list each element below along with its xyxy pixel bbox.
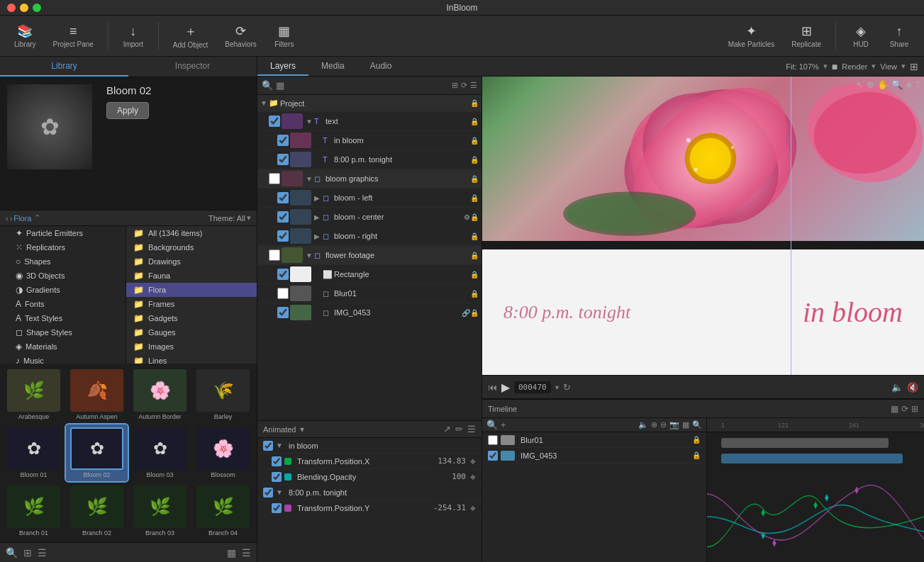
bloom-center-expand-icon[interactable]: ▶ [314,213,323,221]
text-group-checkbox[interactable] [269,116,280,127]
canvas-text-tool[interactable]: T [915,79,921,90]
thumb-autumn-border[interactable]: 🌸 Autumn Border [129,366,191,423]
cat-materials[interactable]: ◈ Materials [0,339,126,354]
render-button[interactable]: Render [842,62,867,71]
fullscreen-button[interactable] [33,4,41,12]
theme-label[interactable]: Theme: All [208,214,245,223]
animated-edit-icon[interactable]: ✏ [455,424,463,434]
in-bloom-checkbox[interactable] [277,135,289,146]
layers-search-icon[interactable]: 🔍 [262,80,273,91]
timecode-dropdown[interactable]: ▾ [555,383,559,391]
layers-options-icon[interactable]: ☰ [470,81,477,90]
subcat-drawings[interactable]: 📁 Drawings [126,254,257,269]
layer-bloom-graphics[interactable]: ▼ ◻ bloom graphics 🔒 [257,169,482,189]
project-pane-tool[interactable]: ≡ Project Pane [46,21,101,51]
layer-rectangle[interactable]: ⬜ Rectangle 🔒 [257,265,482,284]
import-tool[interactable]: ↓ Import [116,21,151,51]
anim-8pm-expand[interactable]: ▼ [276,488,286,496]
thumb-barley[interactable]: 🌾 Barley [192,366,254,423]
bloom-left-expand-icon[interactable]: ▶ [314,194,323,202]
tab-inspector[interactable]: Inspector [128,57,257,77]
close-button[interactable] [7,4,16,12]
layer-flower-footage[interactable]: ▼ ◻ flower footage 🔒 [257,246,482,265]
library-tool[interactable]: 📚 Library [7,21,43,51]
track-blur01-checkbox[interactable] [488,435,498,445]
img0453-track-bar[interactable] [721,454,903,463]
anim-in-bloom-checkbox[interactable] [263,441,273,451]
color-mode-icon[interactable]: ■ [832,61,837,72]
cat-music[interactable]: ♪ Music [0,354,126,364]
layer-bloom-right[interactable]: ▶ ◻ bloom - right 🔒 [257,227,482,246]
layer-bloom-center[interactable]: ▶ ◻ bloom - center ⚙ 🔒 [257,208,482,227]
subcat-frames[interactable]: 📁 Frames [126,297,257,311]
thumb-blossom[interactable]: 🌸 Blossom [192,425,254,481]
tl-loop-icon[interactable]: ⟳ [901,404,908,414]
flower-footage-expand-icon[interactable]: ▼ [306,252,314,259]
thumb-branch04[interactable]: 🌿 Branch 04 [192,483,254,539]
anim-position-y[interactable]: Transform.Position.Y -254.31 ◆ [257,500,482,516]
view-button[interactable]: View [880,62,897,71]
subcat-all[interactable]: 📁 All (1346 items) [126,226,257,240]
tab-layers[interactable]: Layers [257,57,308,76]
layer-in-bloom[interactable]: T in bloom 🔒 [257,131,482,150]
grid-icon[interactable]: ⊞ [23,547,32,558]
track-blur01[interactable]: Blur01 🔒 [482,432,706,448]
behaviors-tool[interactable]: ⟳ Behaviors [218,21,263,51]
layer-blur01[interactable]: ◻ Blur01 🔒 [257,284,482,303]
tracks-zoom-in[interactable]: ⊕ [651,420,657,429]
animated-options-icon[interactable]: ☰ [467,424,476,434]
anim-pos-y-keyframe[interactable]: ◆ [470,504,476,512]
text-expand-icon[interactable]: ▼ [306,118,314,125]
hud-tool[interactable]: ◈ HUD [843,21,879,51]
aspect-icon[interactable]: ⊞ [910,61,918,72]
view-dropdown[interactable]: ▾ [901,62,906,71]
img0453-checkbox[interactable] [277,307,289,318]
canvas-anchor-tool[interactable]: ⊕ [867,79,874,90]
tl-snap-icon[interactable]: ▦ [891,404,898,414]
tracks-add-icon[interactable]: + [501,420,506,430]
breadcrumb-forward-icon[interactable]: › [10,214,13,223]
thumb-autumn-aspen[interactable]: 🍂 Autumn Aspen [66,366,128,423]
bloom-graphics-expand-icon[interactable]: ▼ [306,175,314,183]
thumb-bloom02[interactable]: ✿ Bloom 02 [66,425,128,481]
layer-8pm[interactable]: T 8:00 p.m. tonight 🔒 [257,150,482,169]
breadcrumb-back-icon[interactable]: ‹ [6,214,9,223]
anim-position-x[interactable]: Transform.Position.X 134.83 ◆ [257,454,482,469]
cat-text-styles[interactable]: A Text Styles [0,311,126,325]
thumb-bloom03[interactable]: ✿ Bloom 03 [129,425,191,481]
canvas-transform-tool[interactable]: ◈ [906,79,913,90]
subcat-gauges[interactable]: 📁 Gauges [126,325,257,339]
list-view-icon[interactable]: ☰ [242,547,251,558]
layer-bloom-left[interactable]: ▶ ◻ bloom - left 🔒 [257,189,482,208]
subcat-fauna[interactable]: 📁 Fauna [126,269,257,283]
tracks-audio-icon[interactable]: 🔈 [638,420,648,429]
canvas-cursor-tool[interactable]: ↖ [856,79,864,90]
canvas-pan-tool[interactable]: ✋ [877,79,889,90]
thumb-bloom01[interactable]: ✿ Bloom 01 [3,425,65,481]
layers-refresh-icon[interactable]: ⟳ [461,81,467,90]
subcat-images[interactable]: 📁 Images [126,339,257,354]
anim-pos-y-checkbox[interactable] [272,503,282,513]
filters-tool[interactable]: ▦ Filters [267,21,302,51]
bloom-right-checkbox[interactable] [277,230,289,242]
fit-dropdown-icon[interactable]: ▾ [823,62,828,71]
anim-opacity-keyframe[interactable]: ◆ [470,473,476,480]
blur01-track-bar[interactable] [721,438,889,448]
cat-particle-emitters[interactable]: ✦ Particle Emitters [0,226,126,240]
subcat-gadgets[interactable]: 📁 Gadgets [126,311,257,325]
theme-dropdown-icon[interactable]: ▾ [247,213,251,223]
thumb-arabesque[interactable]: 🌿 Arabesque [3,366,65,423]
anim-pos-x-checkbox[interactable] [272,456,282,466]
tracks-search-icon2[interactable]: 🔍 [692,420,702,429]
add-object-tool[interactable]: ＋ Add Object [166,20,215,52]
canvas-zoom-tool[interactable]: 🔍 [891,79,903,90]
render-dropdown[interactable]: ▾ [872,62,876,71]
grid-view-icon[interactable]: ▦ [227,547,236,558]
play-button[interactable]: ▶ [501,381,510,394]
track-img0453[interactable]: IMG_0453 🔒 [482,448,706,463]
cat-replicators[interactable]: ⁙ Replicators [0,240,126,254]
bloom-graphics-checkbox[interactable] [269,173,280,184]
anim-8pm-checkbox[interactable] [263,488,273,498]
project-expand-icon[interactable]: ▼ [260,99,269,107]
subcat-lines[interactable]: 📁 Lines [126,354,257,364]
